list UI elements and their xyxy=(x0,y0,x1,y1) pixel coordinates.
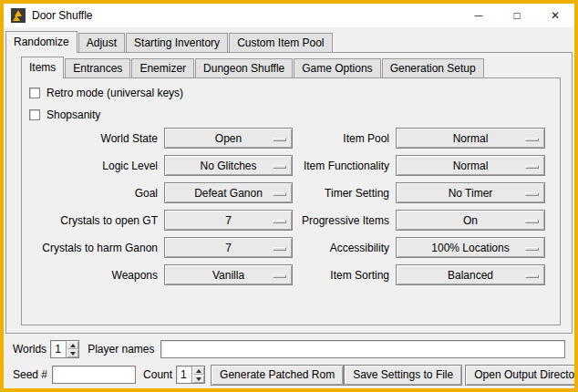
dropdown-indicator-icon xyxy=(525,274,539,278)
progressive-items-value: On xyxy=(463,214,478,227)
tab-items[interactable]: Items xyxy=(21,57,64,78)
form-row: Weapons Vanilla Item Sorting Balanced xyxy=(22,264,560,285)
maximize-icon[interactable]: □ xyxy=(498,4,536,27)
item-sorting-dropdown[interactable]: Balanced xyxy=(396,264,545,285)
open-output-directory-button[interactable]: Open Output Directory xyxy=(465,365,574,386)
crystals-gt-dropdown[interactable]: 7 xyxy=(164,210,293,231)
dropdown-indicator-icon xyxy=(525,247,539,251)
form-row: Crystals to harm Ganon 7 Accessibility 1… xyxy=(22,237,560,258)
tab-starting-inventory[interactable]: Starting Inventory xyxy=(126,33,228,52)
count-value: 1 xyxy=(177,366,191,383)
logic-level-dropdown[interactable]: No Glitches xyxy=(164,155,293,176)
dropdown-indicator-icon xyxy=(525,192,539,196)
window-title: Door Shuffle xyxy=(32,9,93,22)
accessibility-value: 100% Locations xyxy=(431,242,509,254)
dropdown-indicator-icon xyxy=(273,274,286,278)
tab-custom-item-pool[interactable]: Custom Item Pool xyxy=(229,33,332,52)
crystals-ganon-dropdown[interactable]: 7 xyxy=(164,237,293,258)
dropdown-indicator-icon xyxy=(525,165,539,169)
weapons-dropdown[interactable]: Vanilla xyxy=(164,264,293,285)
item-sorting-label: Item Sorting xyxy=(295,269,396,282)
generate-patched-rom-button[interactable]: Generate Patched Rom xyxy=(211,365,344,386)
minimize-icon[interactable]: ─ xyxy=(459,4,498,27)
progressive-items-dropdown[interactable]: On xyxy=(396,210,545,231)
tab-generation-setup[interactable]: Generation Setup xyxy=(382,58,484,77)
shopsanity-label: Shopsanity xyxy=(46,108,100,121)
form-row: World State Open Item Pool Normal xyxy=(22,128,560,149)
world-state-label: World State xyxy=(27,132,164,145)
timer-setting-label: Timer Setting xyxy=(295,187,396,200)
item-functionality-dropdown[interactable]: Normal xyxy=(396,155,545,176)
window-content: Door Shuffle ─ □ ✕ Randomize Adjust Star… xyxy=(4,4,574,388)
timer-setting-dropdown[interactable]: No Timer xyxy=(396,182,545,203)
player-names-label: Player names xyxy=(88,343,154,356)
dropdown-indicator-icon xyxy=(273,138,286,141)
item-sorting-value: Balanced xyxy=(448,269,493,282)
item-pool-label: Item Pool xyxy=(295,132,396,145)
goal-dropdown[interactable]: Defeat Ganon xyxy=(164,182,293,203)
shopsanity-checkbox[interactable] xyxy=(29,109,40,120)
dropdown-indicator-icon xyxy=(525,138,539,141)
crystals-ganon-label: Crystals to harm Ganon xyxy=(27,242,164,254)
tab-randomize[interactable]: Randomize xyxy=(5,31,77,53)
dropdown-indicator-icon xyxy=(273,220,286,223)
spin-up-icon[interactable] xyxy=(67,341,78,349)
seed-label: Seed # xyxy=(13,368,47,381)
timer-setting-value: No Timer xyxy=(449,187,493,200)
inner-tabbar: Items Entrances Enemizer Dungeon Shuffle… xyxy=(21,57,572,77)
goal-label: Goal xyxy=(27,187,164,200)
item-functionality-label: Item Functionality xyxy=(295,160,396,172)
world-state-dropdown[interactable]: Open xyxy=(164,128,293,149)
dropdown-indicator-icon xyxy=(273,165,286,169)
shopsanity-row: Shopsanity xyxy=(22,104,560,126)
count-spinbox[interactable]: 1 xyxy=(176,366,205,384)
count-spin-arrows xyxy=(191,366,204,383)
logic-level-label: Logic Level xyxy=(27,160,164,172)
count-label: Count xyxy=(143,368,172,381)
crystals-gt-label: Crystals to open GT xyxy=(27,214,164,227)
close-icon[interactable]: ✕ xyxy=(536,4,574,27)
worlds-spinbox[interactable]: 1 xyxy=(50,340,79,358)
tab-enemizer[interactable]: Enemizer xyxy=(131,58,194,77)
weapons-value: Vanilla xyxy=(212,269,244,282)
app-window: Door Shuffle ─ □ ✕ Randomize Adjust Star… xyxy=(0,0,578,392)
form-row: Goal Defeat Ganon Timer Setting No Timer xyxy=(22,182,560,203)
crystals-gt-value: 7 xyxy=(225,214,232,227)
goal-value: Defeat Ganon xyxy=(194,187,263,200)
tab-game-options[interactable]: Game Options xyxy=(294,58,380,77)
outer-tabbar: Randomize Adjust Starting Inventory Cust… xyxy=(5,31,574,52)
retro-mode-label: Retro mode (universal keys) xyxy=(46,87,183,99)
tab-dungeon-shuffle[interactable]: Dungeon Shuffle xyxy=(195,58,293,77)
worlds-label: Worlds xyxy=(13,343,46,356)
items-pane: Retro mode (universal keys) Shopsanity W… xyxy=(21,77,561,325)
spin-up-icon[interactable] xyxy=(192,366,204,375)
logic-level-value: No Glitches xyxy=(200,160,256,172)
seed-input[interactable] xyxy=(52,366,136,384)
progressive-items-label: Progressive Items xyxy=(295,214,396,227)
worlds-spin-arrows xyxy=(66,341,78,357)
retro-mode-row: Retro mode (universal keys) xyxy=(22,82,560,104)
world-state-value: Open xyxy=(215,132,242,145)
worlds-value: 1 xyxy=(51,341,66,357)
seed-row: Seed # Count 1 Generate Patched Rom Save… xyxy=(7,364,571,386)
weapons-label: Weapons xyxy=(27,269,164,282)
randomize-pane: Items Entrances Enemizer Dungeon Shuffle… xyxy=(5,52,573,334)
worlds-row: Worlds 1 Player names xyxy=(7,339,571,359)
item-pool-dropdown[interactable]: Normal xyxy=(396,128,545,149)
titlebar: Door Shuffle ─ □ ✕ xyxy=(4,4,574,27)
tab-entrances[interactable]: Entrances xyxy=(65,58,130,77)
window-controls: ─ □ ✕ xyxy=(459,4,574,27)
app-icon xyxy=(11,8,26,23)
retro-mode-checkbox[interactable] xyxy=(29,88,40,98)
item-functionality-value: Normal xyxy=(453,160,489,172)
accessibility-dropdown[interactable]: 100% Locations xyxy=(396,237,545,258)
form-row: Crystals to open GT 7 Progressive Items … xyxy=(22,210,560,231)
save-settings-button[interactable]: Save Settings to File xyxy=(344,365,462,386)
player-names-input[interactable] xyxy=(160,340,566,358)
accessibility-label: Accessibility xyxy=(295,242,396,254)
form-row: Logic Level No Glitches Item Functionali… xyxy=(22,155,560,176)
dropdown-indicator-icon xyxy=(273,247,286,251)
spin-down-icon[interactable] xyxy=(67,349,78,357)
spin-down-icon[interactable] xyxy=(192,375,204,383)
tab-adjust[interactable]: Adjust xyxy=(78,33,125,52)
